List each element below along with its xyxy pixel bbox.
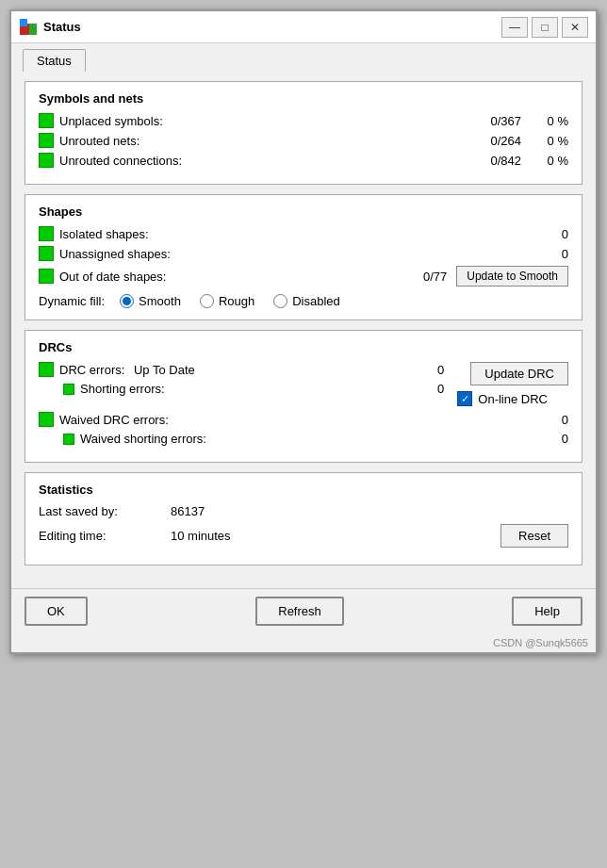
- row-value: 0/77: [390, 270, 447, 284]
- update-to-smooth-button[interactable]: Update to Smooth: [456, 266, 568, 287]
- main-window: Status — □ ✕ Status Symbols and nets Unp…: [9, 9, 598, 654]
- status-indicator: [39, 269, 54, 284]
- row-value: 0: [406, 363, 444, 377]
- row-label: DRC errors: Up To Date: [59, 363, 406, 377]
- waived-errors-container: Waived DRC errors: 0 Waived shorting err…: [39, 412, 568, 446]
- drc-errors-left: DRC errors: Up To Date 0 Shorting errors…: [39, 362, 444, 401]
- online-drc-checkbox[interactable]: ✓: [457, 391, 472, 406]
- bottom-bar: OK Refresh Help: [11, 588, 596, 635]
- status-indicator: [39, 412, 54, 427]
- refresh-button[interactable]: Refresh: [255, 597, 344, 626]
- row-value: 0: [512, 227, 568, 241]
- row-label: Unrouted nets:: [59, 134, 465, 148]
- row-value: 86137: [171, 504, 568, 518]
- disabled-label: Disabled: [292, 294, 340, 308]
- maximize-button[interactable]: □: [532, 17, 558, 38]
- table-row: Waived shorting errors: 0: [39, 432, 568, 446]
- row-value: 0: [406, 382, 444, 396]
- table-row: Shorting errors: 0: [39, 382, 444, 396]
- svg-rect-1: [20, 19, 27, 26]
- rough-radio[interactable]: [200, 294, 214, 308]
- table-row: Waived DRC errors: 0: [39, 412, 568, 427]
- row-label: Last saved by:: [39, 504, 171, 518]
- row-percent: 0 %: [531, 134, 568, 148]
- title-bar-controls: — □ ✕: [501, 17, 588, 38]
- tab-bar: Status: [11, 43, 596, 72]
- drc-errors-container: DRC errors: Up To Date 0 Shorting errors…: [39, 362, 568, 406]
- row-label: Waived DRC errors:: [59, 413, 531, 427]
- up-to-date-label: Up To Date: [134, 363, 195, 377]
- disabled-radio[interactable]: [273, 294, 287, 308]
- table-row: Unrouted nets: 0/264 0 %: [39, 133, 568, 148]
- dynamic-fill-label: Dynamic fill:: [39, 294, 105, 308]
- row-value: 0/264: [465, 134, 521, 148]
- status-indicator: [39, 113, 54, 128]
- row-percent: 0 %: [531, 154, 568, 168]
- shapes-section: Shapes Isolated shapes: 0 Unassigned sha…: [25, 194, 582, 320]
- status-indicator: [39, 246, 54, 261]
- table-row: Out of date shapes: 0/77 Update to Smoot…: [39, 266, 568, 287]
- title-bar: Status — □ ✕: [11, 11, 596, 43]
- status-indicator: [39, 133, 54, 148]
- rough-radio-item[interactable]: Rough: [200, 294, 254, 308]
- disabled-radio-item[interactable]: Disabled: [273, 294, 340, 308]
- table-row: Editing time: 10 minutes Reset: [39, 524, 568, 548]
- row-label: Unplaced symbols:: [59, 114, 465, 128]
- row-label: Shorting errors:: [80, 382, 406, 396]
- statistics-section: Statistics Last saved by: 86137 Editing …: [25, 472, 582, 565]
- row-value: 0/367: [465, 114, 521, 128]
- row-value: 0: [531, 432, 568, 446]
- window-title: Status: [43, 20, 81, 34]
- table-row: Unrouted connections: 0/842 0 %: [39, 153, 568, 168]
- row-label: Isolated shapes:: [59, 227, 512, 241]
- statistics-title: Statistics: [39, 483, 568, 497]
- fill-radio-group: Smooth Rough Disabled: [120, 294, 340, 308]
- table-row: Isolated shapes: 0: [39, 226, 568, 241]
- row-value: 0: [512, 247, 568, 261]
- minimize-button[interactable]: —: [501, 17, 528, 38]
- rough-label: Rough: [219, 294, 254, 308]
- table-row: Unassigned shapes: 0: [39, 246, 568, 261]
- svg-marker-2: [29, 24, 37, 35]
- row-value: 0: [531, 413, 568, 427]
- row-label: Unassigned shapes:: [59, 247, 512, 261]
- title-bar-left: Status: [19, 18, 81, 37]
- row-value: 10 minutes: [171, 529, 491, 543]
- row-value: 0/842: [465, 154, 521, 168]
- status-indicator: [63, 434, 74, 445]
- status-indicator: [39, 362, 54, 377]
- row-percent: 0 %: [531, 114, 568, 128]
- online-drc-row: ✓ On-line DRC: [457, 391, 548, 406]
- symbols-nets-section: Symbols and nets Unplaced symbols: 0/367…: [25, 81, 582, 185]
- table-row: DRC errors: Up To Date 0: [39, 362, 444, 377]
- content-area: Symbols and nets Unplaced symbols: 0/367…: [11, 72, 596, 588]
- app-icon: [19, 18, 38, 37]
- table-row: Last saved by: 86137: [39, 504, 568, 518]
- drc-buttons: Update DRC ✓ On-line DRC: [457, 362, 568, 406]
- row-label: Editing time:: [39, 529, 171, 543]
- status-indicator: [39, 153, 54, 168]
- smooth-radio-item[interactable]: Smooth: [120, 294, 181, 308]
- close-button[interactable]: ✕: [562, 17, 588, 38]
- help-button[interactable]: Help: [512, 597, 582, 626]
- update-drc-button[interactable]: Update DRC: [470, 362, 568, 385]
- reset-button[interactable]: Reset: [500, 524, 568, 548]
- row-label: Unrouted connections:: [59, 154, 465, 168]
- shapes-title: Shapes: [39, 205, 568, 219]
- online-drc-label: On-line DRC: [478, 392, 548, 406]
- ok-button[interactable]: OK: [25, 597, 88, 626]
- drcs-title: DRCs: [39, 340, 568, 354]
- watermark: CSDN @Sunqk5665: [11, 635, 596, 652]
- tab-status[interactable]: Status: [23, 49, 86, 72]
- table-row: Unplaced symbols: 0/367 0 %: [39, 113, 568, 128]
- smooth-radio[interactable]: [120, 294, 134, 308]
- status-indicator: [39, 226, 54, 241]
- drcs-section: DRCs DRC errors: Up To Date 0 Shorting e…: [25, 330, 582, 463]
- row-label: Waived shorting errors:: [80, 432, 531, 446]
- status-indicator: [63, 384, 74, 395]
- dynamic-fill-row: Dynamic fill: Smooth Rough Disabled: [39, 294, 568, 308]
- symbols-nets-title: Symbols and nets: [39, 91, 568, 106]
- row-label: Out of date shapes:: [59, 270, 390, 284]
- smooth-label: Smooth: [139, 294, 181, 308]
